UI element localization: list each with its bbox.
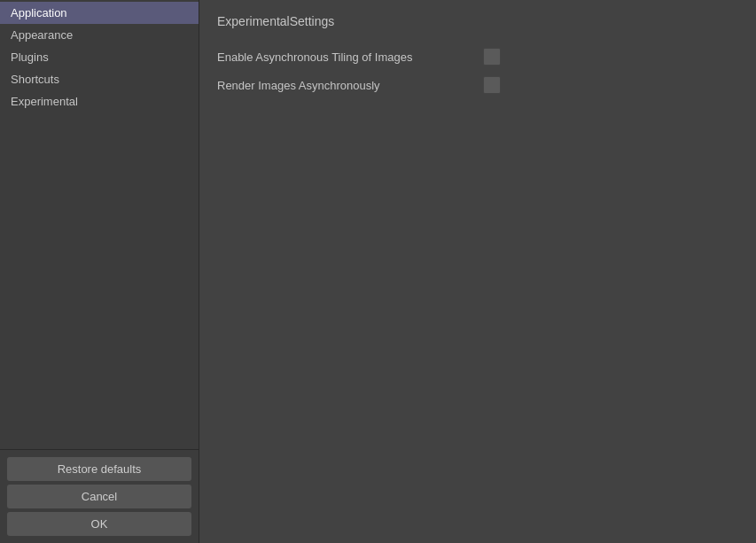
section-title: ExperimentalSettings	[217, 14, 738, 28]
main-layout: Application Appearance Plugins Shortcuts…	[0, 0, 756, 543]
render-async-checkbox[interactable]	[483, 76, 501, 94]
content-panel: ExperimentalSettings Enable Asynchronous…	[199, 0, 756, 543]
settings-row-render-async: Render Images Asynchronously	[217, 71, 501, 99]
sidebar-item-shortcuts[interactable]: Shortcuts	[0, 68, 199, 90]
sidebar-item-label: Experimental	[11, 95, 78, 108]
sidebar-item-label: Application	[11, 6, 67, 19]
restore-defaults-button[interactable]: Restore defaults	[7, 457, 191, 481]
sidebar-item-label: Plugins	[11, 50, 49, 64]
sidebar: Application Appearance Plugins Shortcuts…	[0, 0, 199, 543]
async-tiling-checkbox[interactable]	[483, 48, 501, 66]
sidebar-buttons: Restore defaults Cancel OK	[0, 449, 199, 543]
sidebar-nav: Application Appearance Plugins Shortcuts…	[0, 0, 199, 449]
sidebar-item-application[interactable]: Application	[0, 2, 199, 24]
settings-row-async-tiling: Enable Asynchronous Tiling of Images	[217, 43, 501, 71]
sidebar-item-experimental[interactable]: Experimental	[0, 90, 199, 112]
sidebar-item-label: Appearance	[11, 28, 73, 42]
sidebar-item-appearance[interactable]: Appearance	[0, 24, 199, 46]
render-async-label: Render Images Asynchronously	[217, 79, 380, 92]
sidebar-item-label: Shortcuts	[11, 73, 59, 86]
sidebar-item-plugins[interactable]: Plugins	[0, 46, 199, 68]
cancel-button[interactable]: Cancel	[7, 485, 191, 508]
ok-button[interactable]: OK	[7, 512, 191, 536]
async-tiling-label: Enable Asynchronous Tiling of Images	[217, 50, 412, 64]
